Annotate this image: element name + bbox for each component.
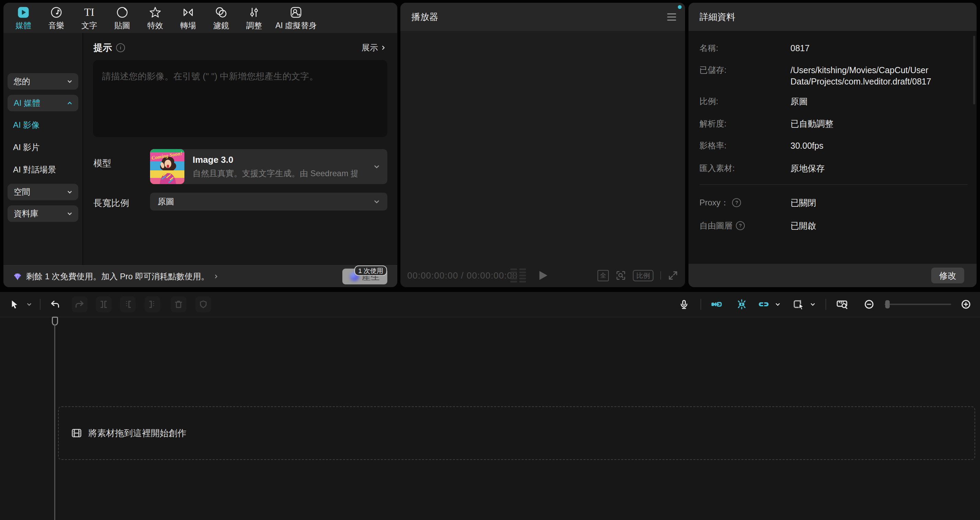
split-button[interactable] <box>96 296 111 312</box>
delete-button[interactable] <box>171 296 186 312</box>
details-panel: 詳細資料 名稱: 0817 已儲存: /Users/kitshing/Movie… <box>689 3 977 287</box>
proxy-label: Proxy： <box>700 197 729 208</box>
notification-dot <box>678 5 682 9</box>
slider-handle[interactable] <box>885 300 890 309</box>
tab-label: 特效 <box>147 20 163 31</box>
undo-button[interactable] <box>49 292 61 316</box>
scrollbar-thumb[interactable] <box>973 36 975 104</box>
tab-adjust[interactable]: 調整 <box>238 5 270 31</box>
player-panel: 播放器 00:00:00:00 / 00:00:00:00 全 比例 <box>400 3 685 287</box>
fit-screen-button[interactable]: 全 <box>598 270 609 281</box>
sidebar-space-dropdown[interactable]: 空間 <box>8 184 78 200</box>
prompt-label: 提示 <box>94 41 112 54</box>
info-icon[interactable]: i <box>116 43 125 52</box>
divider <box>40 299 41 310</box>
timeline-zoom-slider[interactable] <box>885 292 951 316</box>
sidebar-item-ai-video[interactable]: AI 影片 <box>13 142 40 153</box>
auto-snap-toggle[interactable] <box>708 292 724 316</box>
delete-left-button[interactable] <box>120 296 136 312</box>
chevron-right-icon <box>379 44 387 51</box>
model-name: Image 3.0 <box>192 154 358 165</box>
timecode-current: 00:00:00:00 <box>407 270 458 281</box>
tab-sticker[interactable]: 貼圖 <box>106 5 139 31</box>
slider-track[interactable] <box>885 304 951 305</box>
player-header: 播放器 <box>400 3 685 31</box>
link-clips-chevron-icon[interactable] <box>773 292 782 316</box>
timeline-toolbar <box>0 292 980 317</box>
help-icon[interactable]: ? <box>732 198 741 207</box>
filter-icon <box>214 5 228 19</box>
prompt-header: 提示 i 展示 <box>94 41 387 54</box>
sidebar-space-label: 空間 <box>14 186 30 197</box>
chevron-right-icon[interactable] <box>213 273 220 280</box>
play-button[interactable] <box>539 271 547 280</box>
media-sidebar: 您的 AI 媒體 AI 影像 AI 影片 AI 對話場景 空間 資料庫 <box>3 33 83 287</box>
text-ti-icon: TI <box>82 5 97 19</box>
timeline-scale-button[interactable] <box>834 292 850 316</box>
zoom-in-button[interactable] <box>959 292 972 316</box>
help-icon[interactable]: ? <box>736 221 745 230</box>
star-icon <box>148 5 162 19</box>
select-tool-chevron-icon[interactable] <box>25 292 33 316</box>
redo-button[interactable] <box>72 296 88 312</box>
chevron-down-icon <box>372 162 381 171</box>
chevron-up-icon <box>66 99 73 107</box>
delete-right-button[interactable] <box>145 296 161 312</box>
details-header: 詳細資料 <box>689 3 977 31</box>
playhead-handle[interactable] <box>52 316 58 326</box>
detail-value: 0817 <box>791 43 810 54</box>
detail-row-resolution: 解析度: 已自動調整 <box>700 118 968 129</box>
ai-avatar-icon <box>289 5 303 19</box>
free-layer-value: 已開啟 <box>791 220 816 232</box>
aspect-ratio-select[interactable]: 原圖 <box>150 193 387 210</box>
tab-audio[interactable]: 音樂 <box>40 5 73 31</box>
sliders-icon <box>247 5 261 19</box>
select-tool-button[interactable] <box>8 292 21 316</box>
tab-effects[interactable]: 特效 <box>139 5 172 31</box>
fullscreen-icon[interactable] <box>668 270 678 281</box>
detail-label: 匯入素材: <box>700 163 791 174</box>
sidebar-your-label: 您的 <box>14 76 30 87</box>
detail-value: 原圖 <box>791 96 808 107</box>
model-desc: 自然且真實。支援文字生成。由 Seedream 提供技術… <box>192 168 358 179</box>
sidebar-ai-media-dropdown[interactable]: AI 媒體 <box>8 95 78 111</box>
ai-image-form: 提示 i 展示 模型 <box>83 33 397 265</box>
tab-ai-avatar[interactable]: AI 虛擬替身 <box>270 5 321 31</box>
prompt-input[interactable] <box>93 60 387 137</box>
tab-label: AI 虛擬替身 <box>275 20 317 31</box>
select-mode-button[interactable] <box>791 292 807 316</box>
player-menu-icon[interactable] <box>667 13 676 21</box>
modify-button[interactable]: 修改 <box>931 267 964 283</box>
select-mode-chevron-icon[interactable] <box>808 292 817 316</box>
zoom-out-button[interactable] <box>862 292 876 316</box>
frame-grid-icon[interactable] <box>510 269 526 283</box>
sidebar-item-ai-image[interactable]: AI 影像 <box>13 119 40 130</box>
tab-filters[interactable]: 濾鏡 <box>205 5 238 31</box>
timeline-panel: 將素材拖到這裡開始創作 <box>0 292 980 520</box>
ratio-button[interactable]: 比例 <box>633 270 654 281</box>
sidebar-your-dropdown[interactable]: 您的 <box>8 73 78 90</box>
tab-media[interactable]: 媒體 <box>7 5 40 31</box>
media-play-icon <box>16 5 30 19</box>
sidebar-library-dropdown[interactable]: 資料庫 <box>8 205 78 222</box>
tab-transitions[interactable]: 轉場 <box>172 5 205 31</box>
timeline-drop-zone[interactable]: 將素材拖到這裡開始創作 <box>58 406 975 460</box>
media-toolbar: 媒體 音樂 TI 文字 貼圖 特效 轉場 <box>3 3 397 33</box>
record-voiceover-button[interactable] <box>677 292 691 316</box>
usage-count-badge: 1 次使用 <box>354 266 387 276</box>
model-meta: Image 3.0 自然且真實。支援文字生成。由 Seedream 提供技術… <box>192 154 358 179</box>
preview-zoom-icon[interactable] <box>616 270 626 281</box>
show-examples-link[interactable]: 展示 <box>361 42 387 53</box>
model-select[interactable]: Coming Soon! Image 3.0 自然且真實。支援文字生成。由 Se… <box>150 149 387 184</box>
preview-clip-toggle[interactable] <box>733 292 750 316</box>
tab-text[interactable]: TI 文字 <box>73 5 106 31</box>
link-clips-toggle[interactable] <box>756 292 772 316</box>
show-examples-label: 展示 <box>361 42 378 53</box>
sidebar-item-ai-dialogue[interactable]: AI 對話場景 <box>13 164 56 175</box>
detail-value: /Users/kitshing/Movies/CapCut/User Data/… <box>791 65 968 87</box>
proxy-value: 已關閉 <box>791 197 816 208</box>
model-thumbnail: Coming Soon! <box>150 149 185 184</box>
sidebar-library-label: 資料庫 <box>14 208 38 219</box>
mark-button[interactable] <box>196 296 211 312</box>
timecode-separator: / <box>461 270 464 281</box>
